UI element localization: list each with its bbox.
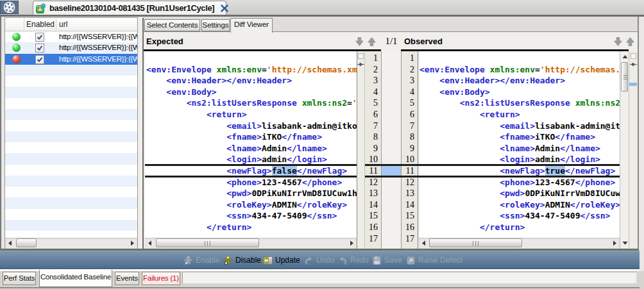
expected-horizontal-scrollbar[interactable] (145, 238, 357, 249)
table-scrollbar-thumb[interactable] (16, 238, 37, 247)
save-button[interactable]: Save (372, 253, 402, 267)
observed-scrollbar-thumb[interactable] (621, 62, 628, 92)
expected-code-pane[interactable]: <env:Envelope xmlns:env='http://schemas.… (145, 51, 357, 249)
scroll-right-icon[interactable] (610, 238, 620, 249)
line-number: 17 (402, 233, 418, 245)
close-icon[interactable] (221, 4, 228, 12)
document-tab-title: baseline20130104-081435 [Run1User1Cycle] (49, 3, 214, 13)
diff-location-mark[interactable] (629, 83, 637, 86)
observed-diff-ruler[interactable] (629, 51, 638, 249)
table-horizontal-scrollbar[interactable] (5, 238, 137, 249)
previous-diff-icon[interactable] (368, 37, 376, 46)
code-line: <roleKey>ADMIN</roleKey> (419, 199, 620, 211)
tab-failures[interactable]: Failures (1) (142, 272, 180, 285)
diff-position-indicator: 1/1 (382, 36, 401, 47)
scroll-left-icon[interactable] (419, 238, 428, 249)
expected-line-numbers: 1234567891011121314151617 (365, 51, 381, 249)
tab-events[interactable]: Events (115, 272, 139, 285)
tab-perf-stats[interactable]: Perf Stats (3, 272, 36, 285)
document-tab[interactable]: baseline20130104-081435 [Run1User1Cycle] (33, 1, 226, 15)
table-empty-row (5, 87, 137, 97)
titlebar: baseline20130104-081435 [Run1User1Cycle] (0, 0, 644, 15)
observed-code-pane[interactable]: <env:Envelope xmlns:env='http://schemas.… (419, 51, 620, 249)
table-empty-row (5, 220, 137, 231)
undo-button[interactable]: Undo (304, 253, 335, 267)
redo-icon (338, 256, 348, 265)
table-row[interactable]: http://{{WSSERVER}}:{{WSPORT}} (5, 31, 137, 42)
titlebar-border (0, 15, 644, 17)
expected-pane-title: Expected (146, 37, 183, 46)
observed-vertical-scrollbar[interactable] (620, 51, 629, 249)
line-number: 14 (365, 199, 381, 211)
code-line: <env:Envelope xmlns:env='http://schemas.… (419, 64, 620, 76)
disable-button[interactable]: Disable (223, 253, 261, 267)
enabled-checkbox[interactable] (35, 44, 44, 53)
previous-diff-icon[interactable] (626, 37, 634, 46)
green-status-icon (12, 44, 21, 52)
enable-button[interactable]: Enable (183, 253, 219, 267)
line-number: 9 (402, 143, 418, 154)
line-number: 3 (365, 75, 381, 87)
update-button[interactable]: Update (263, 253, 300, 267)
tab-consolidated-baseline[interactable]: Consolidated Baseline (39, 270, 112, 287)
toolbar-button-label: Redo (350, 256, 369, 265)
tab-select-contents[interactable]: Select Contents (144, 19, 200, 31)
app-logo[interactable] (0, 1, 19, 14)
update-arrow-icon (263, 256, 273, 265)
scroll-down-icon[interactable] (620, 238, 629, 248)
table-empty-row (5, 231, 137, 238)
application-window: baseline20130104-081435 [Run1User1Cycle]… (0, 0, 644, 289)
redo-button[interactable]: Redo (338, 253, 369, 267)
code-line: <fname>iTKO</fname> (145, 131, 357, 143)
next-diff-icon[interactable] (355, 37, 364, 46)
baseline-url-table: Enabled url http://{{WSSERVER}}:{{WSPORT… (4, 17, 138, 249)
scroll-left-icon[interactable] (145, 238, 155, 249)
code-line: <login>admin</login> (145, 154, 357, 165)
scroll-right-icon[interactable] (347, 238, 357, 249)
column-separator (56, 19, 56, 30)
enabled-checkbox[interactable] (35, 33, 44, 42)
line-number: 4 (402, 87, 418, 98)
raise-defect-icon (406, 256, 416, 265)
line-number: 11 (402, 165, 418, 177)
diff-viewer: Expected 1/1 Observed <env:Envelope xmln… (144, 32, 638, 249)
line-number: 1 (365, 53, 381, 64)
scroll-up-icon[interactable] (620, 52, 629, 62)
code-line: <ns2:listUsersResponse xmlns:ns2='http:/… (419, 97, 620, 109)
observed-horizontal-scrollbar[interactable] (419, 238, 620, 249)
scroll-right-icon[interactable] (128, 238, 137, 249)
panel-splitter[interactable] (138, 17, 142, 249)
table-empty-row (5, 120, 137, 131)
line-number: 2 (365, 64, 381, 76)
baseline-toolbar: Enable Disable (0, 251, 640, 269)
column-header-enabled[interactable]: Enabled (24, 18, 56, 31)
code-line: <ns2:listUsersResponse xmlns:ns2='http:/… (145, 97, 357, 109)
code-line: <env:Body> (419, 87, 620, 98)
raise-defect-button[interactable]: Raise Defect (406, 253, 462, 267)
table-row[interactable]: http://{{WSSERVER}}:{{WSPORT}} (5, 42, 137, 53)
right-panel-tabstrip: Select Contents Settings Diff Viewer (144, 17, 638, 32)
line-number: 14 (402, 199, 418, 211)
code-line: <phone>123-4567</phone> (419, 177, 620, 188)
expected-diff-ruler[interactable] (357, 51, 364, 249)
line-number: 1 (402, 53, 418, 64)
column-header-url[interactable]: url (59, 18, 67, 31)
next-diff-icon[interactable] (614, 37, 622, 46)
table-header: Enabled url (5, 18, 137, 31)
ruler-corner-box (631, 53, 636, 59)
baseline-document-icon (35, 3, 46, 14)
observed-scrollbar-thumb[interactable] (429, 238, 522, 247)
line-number: 12 (365, 177, 381, 188)
expected-scrollbar-thumb[interactable] (156, 238, 259, 247)
red-status-icon (12, 55, 21, 63)
tab-diff-viewer[interactable]: Diff Viewer (230, 18, 273, 33)
enabled-checkbox[interactable] (35, 55, 44, 64)
window-bottom-edge (0, 287, 640, 288)
scroll-left-icon[interactable] (5, 238, 15, 249)
tab-settings[interactable]: Settings (201, 19, 230, 31)
url-cell: http://{{WSSERVER}}:{{WSPORT}} (59, 31, 137, 42)
diff-boundary-line (145, 176, 357, 178)
line-number: 12 (402, 177, 418, 188)
table-row[interactable]: http://{{WSSERVER}}:{{WSPORT}} (5, 54, 137, 65)
toolbar-button-label: Undo (316, 256, 335, 265)
